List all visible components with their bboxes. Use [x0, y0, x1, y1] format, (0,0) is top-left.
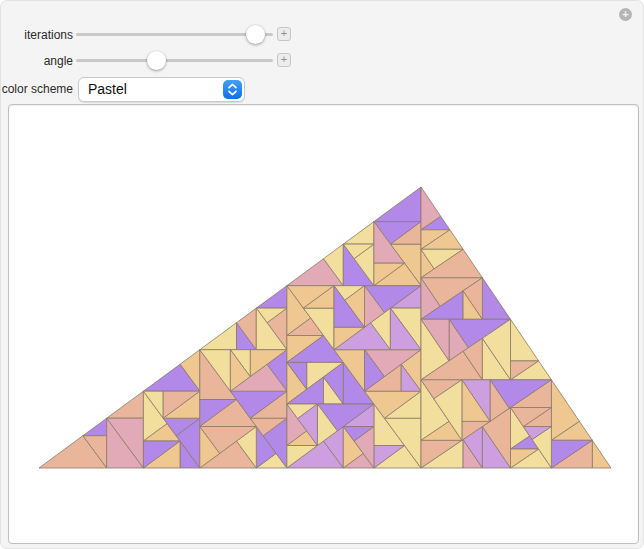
manipulate-panel: + iterations + angle + color scheme Past… [0, 0, 644, 549]
slider-thumb[interactable] [147, 51, 166, 70]
dropdown-selected-value: Pastel [88, 78, 127, 101]
color-scheme-dropdown[interactable]: Pastel [78, 77, 245, 102]
iterations-stepper-button[interactable]: + [277, 27, 291, 41]
angle-slider[interactable] [76, 50, 273, 70]
fractal-triangle-canvas [9, 105, 638, 543]
color-scheme-label: color scheme [1, 82, 73, 96]
angle-label: angle [1, 54, 73, 68]
iterations-slider[interactable] [76, 24, 273, 44]
iterations-label: iterations [1, 28, 73, 42]
slider-thumb[interactable] [246, 25, 265, 44]
chevron-up-down-icon [223, 80, 242, 99]
graphics-pane [8, 104, 639, 544]
slider-track[interactable] [76, 59, 273, 62]
angle-stepper-button[interactable]: + [277, 53, 291, 67]
slider-track[interactable] [76, 33, 273, 36]
expand-controls-icon[interactable]: + [619, 8, 632, 21]
